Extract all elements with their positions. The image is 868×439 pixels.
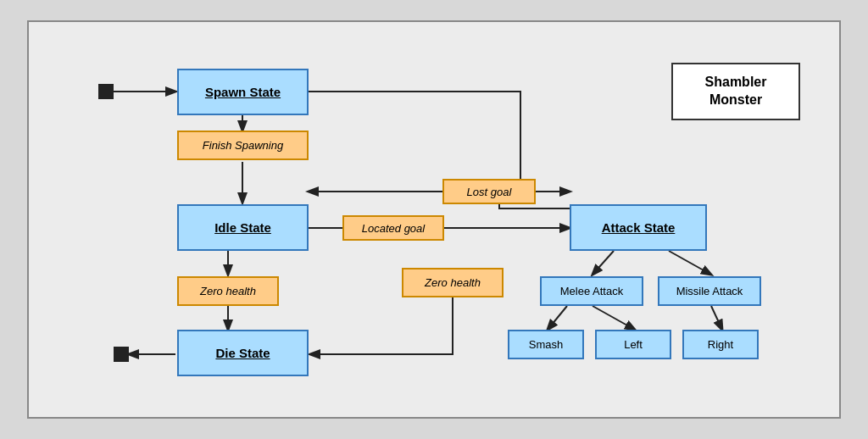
idle-state-box: Idle State: [177, 204, 309, 251]
die-state-label: Die State: [215, 346, 270, 360]
smash-box: Smash: [508, 330, 584, 359]
located-goal-label: Located goal: [362, 222, 425, 235]
zero-health-left-box: Zero health: [177, 276, 279, 306]
melee-attack-box: Melee Attack: [540, 276, 643, 306]
attack-state-label: Attack State: [602, 220, 676, 235]
svg-line-9: [548, 306, 567, 330]
melee-attack-label: Melee Attack: [560, 285, 623, 297]
missile-attack-box: Missile Attack: [658, 276, 761, 306]
svg-line-10: [593, 306, 635, 330]
die-state-box: Die State: [177, 330, 309, 376]
spawn-state-box: Spawn State: [177, 69, 309, 115]
legend-label: ShamblerMonster: [705, 74, 767, 109]
idle-state-label: Idle State: [214, 220, 271, 235]
left-label: Left: [624, 338, 643, 351]
finish-spawning-box: Finish Spawning: [177, 131, 309, 160]
missile-attack-label: Missile Attack: [676, 285, 743, 297]
attack-state-box: Attack State: [570, 204, 707, 251]
right-box: Right: [682, 330, 759, 359]
svg-line-8: [669, 251, 711, 275]
finish-spawning-label: Finish Spawning: [203, 139, 283, 152]
start-indicator: [98, 84, 114, 99]
end-indicator: [114, 347, 129, 362]
zero-health-left-label: Zero health: [200, 285, 256, 297]
right-label: Right: [708, 338, 733, 351]
zero-health-mid-label: Zero health: [425, 276, 481, 289]
smash-label: Smash: [529, 338, 563, 351]
legend-box: ShamblerMonster: [671, 63, 800, 120]
zero-health-mid-box: Zero health: [402, 268, 504, 297]
lost-goal-box: Lost goal: [442, 179, 536, 204]
lost-goal-label: Lost goal: [467, 186, 512, 198]
svg-line-7: [593, 251, 614, 275]
spawn-state-label: Spawn State: [205, 85, 281, 99]
svg-line-11: [711, 306, 722, 330]
diagram-container: Spawn State Idle State Attack State Die …: [27, 20, 841, 419]
left-box: Left: [595, 330, 671, 359]
located-goal-box: Located goal: [342, 215, 444, 241]
